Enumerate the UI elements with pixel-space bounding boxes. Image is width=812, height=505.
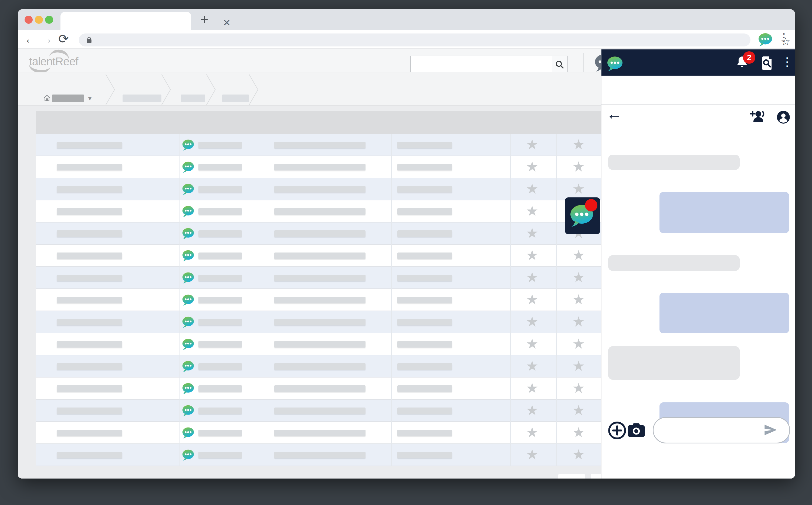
row-chat-icon[interactable]: [182, 314, 194, 330]
cell-placeholder-bar: [57, 186, 122, 193]
favorite-star-icon[interactable]: ★: [526, 424, 539, 441]
cell-placeholder-bar: [57, 341, 122, 348]
favorite-star-icon[interactable]: ★: [572, 402, 585, 418]
breadcrumb-item[interactable]: [52, 95, 84, 102]
row-chat-icon[interactable]: [182, 248, 194, 264]
favorite-star-icon[interactable]: ★: [526, 159, 539, 175]
conversation-toolbar: ←: [601, 75, 795, 131]
favorite-star-icon[interactable]: ★: [572, 181, 585, 197]
favorite-star-icon[interactable]: ★: [572, 314, 585, 330]
add-person-icon[interactable]: [750, 110, 766, 123]
search-conversations-icon[interactable]: [761, 56, 773, 70]
favorite-star-icon[interactable]: ★: [572, 424, 585, 441]
favorite-star-icon[interactable]: ★: [526, 402, 539, 418]
home-icon[interactable]: [43, 94, 51, 102]
favorite-star-icon[interactable]: ★: [572, 358, 585, 374]
favorite-star-icon[interactable]: ★: [526, 136, 539, 153]
favorite-star-icon[interactable]: ★: [526, 358, 539, 374]
chat-extension-icon[interactable]: [758, 33, 773, 46]
row-chat-icon[interactable]: [182, 292, 194, 308]
favorite-star-icon[interactable]: ★: [572, 159, 585, 175]
chat-launcher-badge[interactable]: [565, 197, 600, 234]
column-divider: [391, 134, 392, 466]
row-chat-icon[interactable]: [182, 403, 194, 418]
column-divider: [179, 134, 180, 466]
favorite-star-icon[interactable]: ★: [526, 291, 539, 308]
caret-down-icon[interactable]: ▼: [87, 95, 93, 102]
breadcrumb-item[interactable]: [222, 95, 249, 102]
breadcrumb-item[interactable]: [181, 95, 205, 102]
favorite-star-icon[interactable]: ★: [526, 447, 539, 463]
lock-icon: [85, 36, 93, 44]
tab-close-icon[interactable]: ✕: [221, 17, 232, 28]
new-tab-button[interactable]: +: [198, 13, 211, 26]
cell-placeholder-bar: [274, 275, 366, 281]
favorite-star-icon[interactable]: ★: [572, 269, 585, 286]
favorite-star-icon[interactable]: ★: [526, 336, 539, 352]
cell-placeholder-bar: [198, 363, 242, 370]
cell-placeholder-bar: [274, 407, 366, 414]
row-chat-icon[interactable]: [182, 137, 194, 153]
browser-menu-icon[interactable]: ⋮: [779, 30, 789, 44]
favorite-star-icon[interactable]: ★: [572, 136, 585, 153]
favorite-star-icon[interactable]: ★: [572, 380, 585, 396]
cell-placeholder-bar: [57, 252, 122, 259]
row-chat-icon[interactable]: [182, 381, 194, 396]
cell-placeholder-bar: [397, 252, 452, 259]
refresh-button[interactable]: ⟳: [58, 32, 69, 46]
minimize-window-button[interactable]: [35, 16, 43, 24]
breadcrumb-item[interactable]: [123, 95, 161, 102]
account-circle-icon[interactable]: [776, 110, 790, 124]
cell-placeholder-bar: [198, 385, 242, 392]
cell-placeholder-bar: [397, 164, 452, 170]
favorite-star-icon[interactable]: ★: [526, 181, 539, 197]
attach-plus-icon[interactable]: [608, 421, 626, 440]
pagination-button[interactable]: [558, 474, 585, 479]
browser-window: ✕ + ← → ⟳ ☆ ⋮ talentReef: [18, 9, 795, 479]
camera-icon[interactable]: [627, 423, 645, 437]
search-input[interactable]: [410, 56, 552, 73]
search-button[interactable]: [552, 56, 568, 73]
forward-button[interactable]: →: [40, 32, 53, 46]
cell-placeholder-bar: [198, 341, 242, 348]
favorite-star-icon[interactable]: ★: [572, 336, 585, 352]
search-icon: [555, 60, 564, 69]
browser-toolbar: ← → ⟳ ☆ ⋮: [18, 30, 795, 49]
cell-placeholder-bar: [57, 363, 122, 370]
address-bar[interactable]: ☆: [79, 33, 751, 46]
row-chat-icon[interactable]: [182, 226, 194, 241]
back-button[interactable]: ←: [24, 32, 37, 46]
messenger-menu-icon[interactable]: ⋮: [781, 54, 793, 70]
close-window-button[interactable]: [25, 16, 33, 24]
row-chat-icon[interactable]: [182, 425, 194, 441]
favorite-star-icon[interactable]: ★: [572, 247, 585, 263]
maximize-window-button[interactable]: [45, 16, 53, 24]
favorite-star-icon[interactable]: ★: [572, 447, 585, 463]
row-chat-icon[interactable]: [182, 270, 194, 286]
browser-tab[interactable]: ✕: [60, 12, 191, 30]
favorite-star-icon[interactable]: ★: [526, 203, 539, 219]
cell-placeholder-bar: [57, 452, 122, 458]
column-divider: [270, 134, 270, 466]
favorite-star-icon[interactable]: ★: [572, 291, 585, 308]
cell-placeholder-bar: [274, 385, 366, 392]
cell-placeholder-bar: [274, 319, 366, 325]
favorite-star-icon[interactable]: ★: [526, 380, 539, 396]
row-chat-icon[interactable]: [182, 159, 194, 175]
back-arrow-icon[interactable]: ←: [606, 106, 622, 122]
cell-placeholder-bar: [397, 186, 452, 193]
cell-placeholder-bar: [57, 297, 122, 303]
favorite-star-icon[interactable]: ★: [526, 247, 539, 263]
cell-placeholder-bar: [57, 385, 122, 392]
favorite-star-icon[interactable]: ★: [526, 269, 539, 286]
send-icon[interactable]: [763, 423, 778, 437]
row-chat-icon[interactable]: [182, 447, 194, 463]
row-chat-icon[interactable]: [182, 359, 194, 374]
notification-badge: 2: [743, 51, 755, 64]
favorite-star-icon[interactable]: ★: [526, 225, 539, 241]
cell-placeholder-bar: [57, 407, 122, 414]
row-chat-icon[interactable]: [182, 336, 194, 352]
row-chat-icon[interactable]: [182, 181, 194, 197]
favorite-star-icon[interactable]: ★: [526, 314, 539, 330]
row-chat-icon[interactable]: [182, 204, 194, 219]
